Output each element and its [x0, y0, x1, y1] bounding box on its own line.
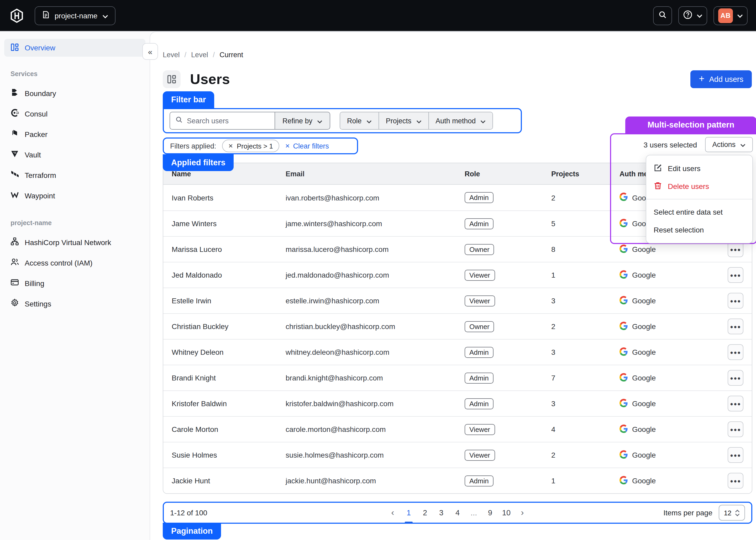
- role-badge: Viewer: [465, 424, 495, 435]
- hashicorp-logo-icon: [9, 8, 25, 23]
- consul-icon: [11, 109, 19, 119]
- auth-method-label: Google: [632, 451, 656, 459]
- google-icon: [620, 322, 628, 332]
- row-actions-button[interactable]: ●●●: [728, 370, 743, 386]
- google-icon: [620, 476, 628, 486]
- clear-filters-link[interactable]: ✕ Clear filters: [285, 142, 329, 150]
- filter-role-dropdown[interactable]: Role: [340, 112, 378, 129]
- add-users-button[interactable]: + Add users: [690, 70, 752, 88]
- sidebar-item-consul[interactable]: Consul: [4, 103, 145, 124]
- sidebar-item-overview[interactable]: Overview: [4, 39, 145, 57]
- sidebar-item-billing[interactable]: Billing: [4, 273, 145, 293]
- auth-method: Google: [611, 424, 700, 434]
- column-header-email: Email: [277, 170, 456, 178]
- annotation-multi-selection: Multi-selection pattern: [625, 116, 756, 133]
- menu-item-edit-users[interactable]: Edit users: [646, 160, 752, 177]
- pagination-pages: ‹ 1 2 3 4 … 9 10 ›: [386, 506, 529, 519]
- user-name: Whitney Deleon: [163, 348, 277, 356]
- table-row[interactable]: Jed Maldonado jed.maldonado@hashicorp.co…: [163, 262, 752, 288]
- page-number[interactable]: 2: [418, 506, 432, 519]
- auth-method: Google: [611, 373, 700, 383]
- page-number[interactable]: 4: [450, 506, 465, 519]
- table-row[interactable]: Kristofer Baldwin kristofer.baldwin@hash…: [163, 390, 752, 416]
- sidebar-item-packer[interactable]: Packer: [4, 124, 145, 144]
- page-number[interactable]: 9: [483, 506, 497, 519]
- next-page-icon[interactable]: ›: [516, 506, 529, 519]
- ellipsis-icon: ●●●: [730, 272, 741, 278]
- table-row[interactable]: Whitney Deleon whitney.deleon@hashicorp.…: [163, 339, 752, 365]
- search-input[interactable]: [187, 117, 269, 125]
- sidebar-section-services: Services: [4, 70, 145, 78]
- menu-item-select-entire-data-set[interactable]: Select entire data set: [646, 203, 752, 221]
- filter-chip[interactable]: ✕ Projects > 1: [222, 140, 279, 152]
- sidebar-item-terraform[interactable]: Terraform: [4, 165, 145, 185]
- row-actions-button[interactable]: ●●●: [728, 447, 743, 463]
- user-email: christian.buckley@hashicorp.com: [277, 322, 456, 331]
- sidebar-item-waypoint[interactable]: Waypoint: [4, 185, 145, 206]
- plus-icon: +: [699, 74, 704, 83]
- actions-label: Actions: [712, 141, 735, 149]
- row-actions-button[interactable]: ●●●: [728, 319, 743, 334]
- row-actions-button[interactable]: ●●●: [728, 396, 743, 411]
- page-number[interactable]: 10: [499, 506, 514, 519]
- user-email: jackie.hunt@hashicorp.com: [277, 476, 456, 485]
- breadcrumb-link[interactable]: Level: [191, 51, 208, 59]
- sidebar-item-settings[interactable]: Settings: [4, 293, 145, 314]
- sidebar-item-label: HashiCorp Virtual Network: [25, 238, 111, 246]
- sidebar-item-boundary[interactable]: Boundary: [4, 83, 145, 103]
- table-row[interactable]: Estelle Irwin estelle.irwin@hashicorp.co…: [163, 288, 752, 313]
- auth-method-label: Google: [632, 476, 656, 485]
- table-row[interactable]: Jackie Hunt jackie.hunt@hashicorp.com Ad…: [163, 468, 752, 493]
- previous-page-icon[interactable]: ‹: [386, 506, 399, 519]
- page-title: Users: [190, 71, 230, 87]
- chevron-down-icon: [480, 117, 486, 125]
- ellipsis-icon: ●●●: [730, 298, 741, 304]
- table-row[interactable]: Christian Buckley christian.buckley@hash…: [163, 313, 752, 339]
- dismiss-icon[interactable]: ✕: [228, 142, 233, 149]
- breadcrumb-link[interactable]: Level: [163, 51, 180, 59]
- table-row[interactable]: Carole Morton carole.morton@hashicorp.co…: [163, 416, 752, 442]
- items-per-page-select[interactable]: 12: [719, 505, 745, 521]
- actions-button[interactable]: Actions: [705, 137, 753, 152]
- search-icon: [658, 11, 667, 21]
- table-row[interactable]: Brandi Knight brandi.knight@hashicorp.co…: [163, 365, 752, 390]
- auth-method-label: Google: [632, 399, 656, 408]
- sidebar-item-access-control[interactable]: Access control (IAM): [4, 252, 145, 273]
- top-navbar: project-name AB: [0, 0, 756, 32]
- global-search-button[interactable]: [653, 6, 672, 25]
- row-actions-button[interactable]: ●●●: [728, 421, 743, 437]
- filter-auth-method-dropdown[interactable]: Auth method: [428, 112, 493, 129]
- table-row[interactable]: Susie Holmes susie.holmes@hashicorp.com …: [163, 442, 752, 468]
- page-number[interactable]: 3: [434, 506, 448, 519]
- account-menu-button[interactable]: AB: [713, 6, 748, 25]
- menu-item-label: Reset selection: [654, 226, 704, 234]
- user-name: Brandi Knight: [163, 374, 277, 382]
- sidebar-item-vault[interactable]: Vault: [4, 144, 145, 165]
- row-actions-button[interactable]: ●●●: [728, 473, 743, 488]
- row-actions-button[interactable]: ●●●: [728, 241, 743, 257]
- row-actions-button[interactable]: ●●●: [728, 267, 743, 283]
- column-header-role: Role: [456, 170, 543, 178]
- collapse-sidebar-button[interactable]: «: [142, 43, 158, 60]
- user-email: carole.morton@hashicorp.com: [277, 425, 456, 434]
- refine-by-button[interactable]: Refine by: [275, 112, 330, 130]
- navbar-right: AB: [653, 6, 748, 25]
- project-selector[interactable]: project-name: [35, 6, 115, 25]
- menu-item-reset-selection[interactable]: Reset selection: [646, 221, 752, 239]
- filter-projects-dropdown[interactable]: Projects: [378, 112, 428, 129]
- user-name: Jackie Hunt: [163, 476, 277, 485]
- column-header-projects: Projects: [543, 170, 611, 178]
- row-actions-button[interactable]: ●●●: [728, 293, 743, 309]
- user-name: Christian Buckley: [163, 322, 277, 331]
- user-email: jed.maldonado@hashicorp.com: [277, 271, 456, 279]
- row-actions-button[interactable]: ●●●: [728, 344, 743, 360]
- sidebar-item-hvn[interactable]: HashiCorp Virtual Network: [4, 232, 145, 252]
- projects-count: 7: [543, 374, 611, 382]
- vault-icon: [11, 150, 19, 160]
- page-number[interactable]: 1: [402, 506, 416, 519]
- help-menu-button[interactable]: [678, 6, 707, 25]
- stepper-icon: [735, 509, 740, 516]
- terraform-icon: [11, 170, 19, 180]
- menu-item-delete-users[interactable]: Delete users: [646, 177, 752, 195]
- auth-method-label: Google: [632, 271, 656, 279]
